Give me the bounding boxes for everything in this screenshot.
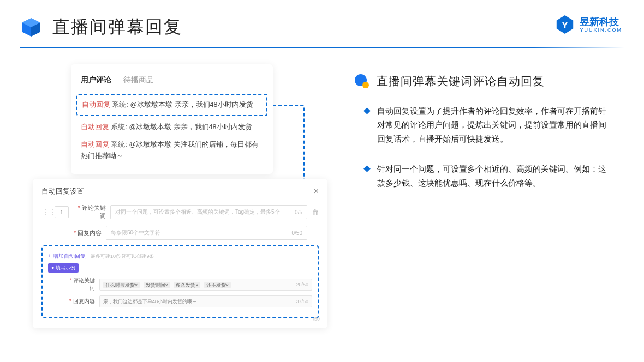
keyword-input[interactable]: 对同一个问题，可设置多个相近、高频的关键词，Tag确定，最多5个 0/5 [110, 205, 307, 219]
main-content: 用户评论 待播商品 自动回复 系统: @冰墩墩本墩 亲亲，我们48小时内发货 自… [0, 48, 644, 207]
bullet-text: 针对同一个问题，可设置多个相近的、高频的关键词。例如：这款多少钱、这块能优惠吗、… [377, 162, 612, 190]
tab-user-comments[interactable]: 用户评论 [81, 75, 111, 85]
example-content-row: *回复内容 亲，我们这边都是下单48小时内发货的哦～ 37/50 [48, 295, 312, 307]
trash-icon[interactable]: 🗑 [312, 208, 319, 216]
example-keyword-row: *评论关键词 什么时候发货× 发货时间× 多久发货× 还不发货× 20/50 [48, 277, 312, 292]
stray-count: /50 [313, 316, 320, 322]
add-reply-hint: 最多可建10条 还可以创建9条 [91, 254, 154, 259]
diamond-icon [363, 165, 371, 172]
svg-point-6 [362, 82, 369, 88]
settings-title: 自动回复设置 [41, 186, 84, 196]
auto-reply-tag: 自动回复 [81, 123, 109, 131]
cube-icon [20, 16, 43, 39]
ex-content-input[interactable]: 亲，我们这边都是下单48小时内发货的哦～ 37/50 [99, 295, 312, 307]
keyword-tag[interactable]: 还不发货× [204, 282, 231, 288]
keyword-tag[interactable]: 多久发货× [174, 282, 200, 288]
ex-keyword-label: *评论关键词 [64, 277, 95, 292]
auto-reply-tag: 自动回复 [81, 141, 109, 148]
svg-text:Y: Y [562, 20, 569, 31]
placeholder-text: 对同一个问题，可设置多个相近、高频的关键词，Tag确定，最多5个 [115, 208, 280, 216]
chat-bubble-icon [354, 73, 370, 89]
right-title: 直播间弹幕关键词评论自动回复 [377, 74, 545, 89]
brand-icon: Y [554, 14, 575, 35]
content-label: *回复内容 [69, 229, 102, 237]
settings-header: 自动回复设置 × [41, 186, 319, 196]
comments-card: 用户评论 待播商品 自动回复 系统: @冰墩墩本墩 亲亲，我们48小时内发货 自… [71, 64, 273, 174]
ex-keyword-input[interactable]: 什么时候发货× 发货时间× 多久发货× 还不发货× 20/50 [99, 279, 312, 291]
keyword-label: *评论关键词 [73, 204, 106, 220]
content-row: *回复内容 每条限50个中文字符 0/50 [41, 226, 319, 240]
char-count: 0/50 [292, 230, 302, 236]
keyword-row: ⋮⋮ 1 *评论关键词 对同一个问题，可设置多个相近、高频的关键词，Tag确定，… [41, 204, 319, 220]
comment-text: @冰墩墩本墩 亲亲，我们48小时内发货 [130, 101, 253, 108]
system-label: 系统: [111, 141, 127, 148]
page-title: 直播间弹幕回复 [52, 15, 182, 39]
add-reply-link[interactable]: + 增加自动回复 [48, 253, 86, 259]
bullet-text: 自动回复设置为了提升作者的评论回复效率，作者可在开播前针对常见的评论用户问题，提… [377, 105, 612, 146]
settings-card: 自动回复设置 × ⋮⋮ 1 *评论关键词 对同一个问题，可设置多个相近、高频的关… [33, 179, 327, 328]
left-column: 用户评论 待播商品 自动回复 系统: @冰墩墩本墩 亲亲，我们48小时内发货 自… [22, 64, 317, 207]
keyword-tag[interactable]: 发货时间× [144, 282, 170, 288]
auto-reply-tag: 自动回复 [82, 101, 110, 108]
right-heading: 直播间弹幕关键词评论自动回复 [354, 73, 622, 89]
diamond-icon [363, 107, 371, 114]
placeholder-text: 每条限50个中文字符 [111, 229, 160, 237]
bullet-item: 针对同一个问题，可设置多个相近的、高频的关键词。例如：这款多少钱、这块能优惠吗、… [354, 162, 622, 190]
comment-line: 自动回复 系统: @冰墩墩本墩 亲亲，我们48小时内发货 [81, 122, 263, 133]
drag-handle-icon[interactable]: ⋮⋮ [41, 208, 50, 216]
system-label: 系统: [111, 123, 127, 131]
page-header: 直播间弹幕回复 Y 昱新科技 YUUXIN.COM [0, 0, 644, 45]
index-number: 1 [55, 206, 69, 218]
brand-logo: Y 昱新科技 YUUXIN.COM [554, 14, 622, 35]
content-input[interactable]: 每条限50个中文字符 0/50 [106, 226, 307, 240]
char-count: 20/50 [296, 282, 308, 287]
example-section: + 增加自动回复 最多可建10条 还可以创建9条 ● 填写示例 *评论关键词 什… [41, 245, 319, 318]
ex-content-text: 亲，我们这边都是下单48小时内发货的哦～ [103, 298, 197, 305]
comment-line: 自动回复 系统: @冰墩墩本墩 关注我们的店铺，每日都有热门推荐呦～ [81, 139, 263, 162]
comment-tabs: 用户评论 待播商品 [81, 75, 263, 85]
right-column: 直播间弹幕关键词评论自动回复 自动回复设置为了提升作者的评论回复效率，作者可在开… [317, 64, 622, 207]
keyword-tag[interactable]: 什么时候发货× [103, 282, 140, 288]
example-badge: ● 填写示例 [48, 263, 79, 273]
char-count: 0/5 [295, 209, 302, 215]
highlighted-reply: 自动回复 系统: @冰墩墩本墩 亲亲，我们48小时内发货 [76, 94, 267, 116]
brand-name-cn: 昱新科技 [580, 17, 622, 27]
system-label: 系统: [112, 101, 128, 108]
bullet-item: 自动回复设置为了提升作者的评论回复效率，作者可在开播前针对常见的评论用户问题，提… [354, 105, 622, 146]
ex-content-label: *回复内容 [64, 298, 95, 305]
comment-line: 自动回复 系统: @冰墩墩本墩 亲亲，我们48小时内发货 [82, 99, 262, 111]
tab-pending-products[interactable]: 待播商品 [123, 75, 154, 85]
brand-name-en: YUUXIN.COM [580, 28, 622, 33]
comment-text: @冰墩墩本墩 亲亲，我们48小时内发货 [129, 123, 252, 131]
char-count: 37/50 [296, 299, 308, 304]
close-icon[interactable]: × [314, 186, 319, 196]
